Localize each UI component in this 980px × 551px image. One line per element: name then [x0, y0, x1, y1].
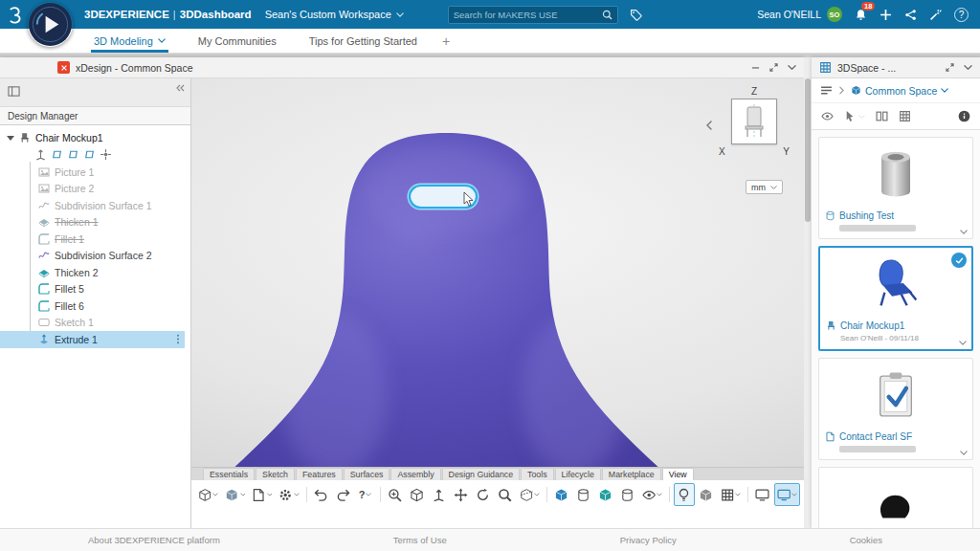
workspace-selector[interactable]: Sean's Custom Workspace	[265, 9, 404, 20]
tab-my-communities[interactable]: My Communities	[198, 29, 277, 53]
realistic-render-icon[interactable]	[674, 483, 695, 506]
tree-item-fillet-6[interactable]: Fillet 6	[0, 298, 190, 315]
footer-link-cookies[interactable]: Cookies	[850, 535, 882, 545]
undo-icon[interactable]	[311, 483, 332, 506]
create-sketch-icon[interactable]	[195, 483, 221, 506]
visibility-icon[interactable]	[639, 483, 665, 506]
add-tab-button[interactable]: +	[442, 33, 450, 49]
card-chair-mockup[interactable]: Chair Mockup1 Sean O'Neill - 09/11/18	[818, 246, 973, 351]
collapse-panel-icon[interactable]	[175, 83, 185, 93]
3dspace-window-header[interactable]: 3DSpace - ...	[812, 57, 980, 78]
flat-shaded-icon[interactable]	[696, 483, 717, 506]
ribbon-tab-sketch[interactable]: Sketch	[256, 468, 295, 480]
ribbon-tab-design-guidance[interactable]: Design Guidance	[442, 468, 520, 480]
tree-root-chair-mockup[interactable]: Chair Mockup1	[0, 129, 190, 146]
tree-item-subdivision-surface-1[interactable]: Subdivision Surface 1	[0, 197, 190, 214]
triad-icon[interactable]	[429, 483, 450, 506]
tree-item-fillet-5[interactable]: Fillet 5	[0, 281, 190, 298]
info-icon[interactable]	[958, 110, 970, 122]
pan-icon[interactable]	[451, 483, 472, 506]
global-search[interactable]	[448, 6, 618, 24]
zoom-fit-icon[interactable]	[407, 483, 428, 506]
minimize-icon[interactable]	[751, 63, 760, 72]
search-input[interactable]	[454, 10, 602, 20]
zoom-in-icon[interactable]	[385, 483, 406, 506]
units-dropdown[interactable]: mm	[746, 180, 783, 194]
card-title-row[interactable]: Chair Mockup1	[826, 320, 966, 331]
list-view-icon[interactable]	[876, 110, 888, 122]
multi-viewport-icon[interactable]	[774, 483, 800, 506]
shaded-cylinder-icon[interactable]	[573, 483, 594, 506]
plane-zx-icon[interactable]	[83, 148, 96, 161]
chevron-down-icon[interactable]	[959, 341, 967, 345]
help-button[interactable]: ?	[954, 8, 969, 22]
select-tool[interactable]	[844, 110, 865, 122]
scrollbar-thumb[interactable]	[805, 78, 811, 222]
plane-xy-icon[interactable]	[51, 148, 63, 161]
settings-gear-icon[interactable]	[276, 483, 301, 506]
panel-toggle-icon[interactable]	[8, 85, 20, 98]
chevron-down-icon[interactable]	[960, 451, 968, 455]
tree-item-picture-2[interactable]: Picture 2	[0, 181, 190, 198]
card-title-row[interactable]: Contact Pearl SF	[825, 431, 967, 442]
ribbon-tab-features[interactable]: Features	[296, 468, 343, 480]
compass-logo[interactable]	[28, 2, 73, 47]
ribbon-tab-tools[interactable]: Tools	[521, 468, 554, 480]
menu-icon[interactable]	[820, 84, 833, 97]
wireframe-icon[interactable]	[617, 483, 638, 506]
notifications-button[interactable]: 18	[855, 9, 867, 21]
xdesign-window-header[interactable]: xDesign - Common Space	[0, 57, 804, 78]
tools-icon[interactable]	[929, 9, 942, 21]
chevron-left-icon[interactable]	[706, 121, 712, 130]
expand-icon[interactable]	[946, 63, 954, 72]
3d-viewport[interactable]: Z X Y mm	[191, 78, 804, 467]
grid-display-icon[interactable]	[718, 483, 744, 506]
import-sheet-icon[interactable]	[249, 483, 275, 506]
visibility-eye-icon[interactable]	[821, 110, 834, 122]
shaded-style-icon[interactable]	[551, 483, 572, 506]
origin-icon[interactable]	[100, 148, 112, 161]
kebab-menu-icon[interactable]	[176, 334, 180, 344]
ribbon-tab-lifecycle[interactable]: Lifecycle	[555, 468, 601, 480]
tile-view-icon[interactable]	[899, 110, 911, 122]
rotate-view-icon[interactable]	[473, 483, 494, 506]
ribbon-tab-assembly[interactable]: Assembly	[390, 468, 440, 480]
share-icon[interactable]	[904, 9, 917, 21]
footer-link-terms[interactable]: Terms of Use	[393, 535, 447, 545]
chevron-down-icon[interactable]	[788, 63, 796, 72]
avatar[interactable]: SO	[827, 7, 842, 22]
chevron-down-icon[interactable]	[960, 230, 968, 234]
add-content-icon[interactable]	[880, 9, 892, 21]
tag-icon[interactable]	[630, 9, 642, 21]
tree-item-subdivision-surface-2[interactable]: Subdivision Surface 2	[0, 248, 190, 265]
tab-tips[interactable]: Tips for Getting Started	[309, 29, 417, 53]
footer-link-about[interactable]: About 3DEXPERIENCE platform	[88, 535, 220, 545]
ribbon-tab-surfaces[interactable]: Surfaces	[344, 468, 390, 480]
ribbon-tab-marketplace[interactable]: Marketplace	[602, 468, 661, 480]
chevron-down-icon[interactable]	[964, 63, 972, 72]
expand-icon[interactable]	[769, 63, 778, 72]
user-name[interactable]: Sean O'NEILL	[757, 9, 821, 20]
tab-3d-modeling[interactable]: 3D Modeling	[94, 29, 166, 53]
footer-link-privacy[interactable]: Privacy Policy	[620, 535, 677, 545]
breadcrumb-common-space[interactable]: Common Space	[851, 85, 948, 97]
tree-item-thicken-1[interactable]: Thicken 1	[0, 214, 190, 231]
search-icon[interactable]	[602, 10, 612, 20]
tree-item-fillet-1[interactable]: Fillet 1	[0, 231, 190, 248]
axis-system-icon[interactable]	[34, 148, 47, 161]
redo-icon[interactable]	[333, 483, 354, 506]
ribbon-tab-view[interactable]: View	[662, 468, 694, 480]
card-title-row[interactable]: Bushing Test	[825, 210, 967, 221]
insert-primitive-icon[interactable]	[222, 483, 248, 506]
tree-item-picture-1[interactable]: Picture 1	[0, 164, 190, 181]
shaded-edges-icon[interactable]	[595, 483, 616, 506]
tree-item-extrude-1[interactable]: Extrude 1	[0, 331, 185, 348]
fullscreen-icon[interactable]	[752, 483, 773, 506]
tree-item-thicken-2[interactable]: Thicken 2	[0, 264, 190, 281]
plane-yz-icon[interactable]	[67, 148, 79, 161]
view-orientation-widget[interactable]: Z X Y	[727, 86, 781, 165]
help-icon[interactable]: ?	[355, 483, 376, 506]
section-view-icon[interactable]	[517, 483, 543, 506]
dashboard-scrollbar[interactable]	[804, 57, 812, 528]
card-contact-pearl[interactable]: Contact Pearl SF	[818, 358, 973, 460]
